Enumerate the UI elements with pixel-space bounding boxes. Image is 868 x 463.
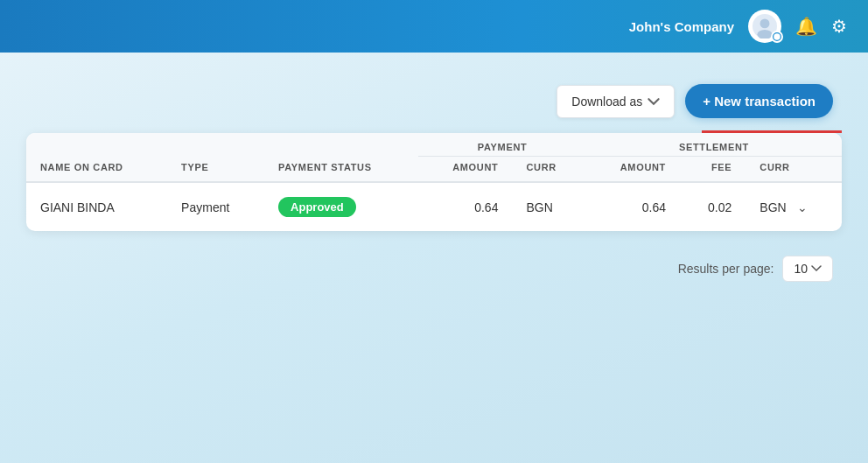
settlement-group-header: SETTLEMENT [586,133,842,157]
row-expand-icon[interactable]: ⌄ [797,200,808,214]
new-transaction-button[interactable]: + New transaction [685,84,833,118]
empty-group-header [26,133,418,157]
transactions-table-container: PAYMENT SETTLEMENT NAME ON CARD TYPE PAY… [26,133,842,231]
table-group-header-row: PAYMENT SETTLEMENT [26,133,842,157]
download-as-label: Download as [571,95,642,109]
cell-payment-status: Approved [264,182,418,231]
results-per-page-value: 10 [794,262,808,276]
results-per-page-label: Results per page: [678,262,774,276]
avatar-badge [771,31,783,43]
col-settlement-amount: AMOUNT [586,157,680,183]
status-badge: Approved [278,197,356,217]
main-content: Download as + New transaction PAYMENT SE… [0,53,868,310]
avatar[interactable] [748,10,781,43]
download-as-button[interactable]: Download as [556,85,675,118]
new-transaction-label: + New transaction [703,94,816,109]
results-per-page-select[interactable]: 10 [782,256,833,282]
table-footer: Results per page: 10 [26,245,842,292]
settings-icon[interactable]: ⚙ [831,16,847,37]
toolbar: Download as + New transaction [26,70,842,118]
chevron-down-icon [648,95,660,108]
col-type: TYPE [167,157,264,183]
payment-group-header: PAYMENT [418,133,586,157]
cell-name-on-card: GIANI BINDA [26,182,167,231]
results-chevron-icon [811,265,822,272]
svg-point-3 [774,33,780,40]
table-row: GIANI BINDA Payment Approved 0.64 BGN 0.… [26,182,842,231]
col-payment-status: PAYMENT STATUS [264,157,418,183]
cell-type: Payment [167,182,264,231]
company-name: John's Company [629,19,734,34]
cell-payment-amount: 0.64 [418,182,512,231]
cell-settlement-amount: 0.64 [586,182,680,231]
svg-point-1 [760,18,770,28]
cell-payment-curr: BGN [512,182,585,231]
transactions-table: PAYMENT SETTLEMENT NAME ON CARD TYPE PAY… [26,133,842,231]
col-settlement-curr: CURR [746,157,842,183]
col-payment-amount: AMOUNT [418,157,512,183]
cell-settlement-curr: BGN ⌄ [746,182,842,231]
col-payment-curr: CURR [512,157,585,183]
table-sub-header-row: NAME ON CARD TYPE PAYMENT STATUS AMOUNT … [26,157,842,183]
top-navigation: John's Company 🔔 ⚙ [0,0,868,53]
col-name-on-card: NAME ON CARD [26,157,167,183]
col-settlement-fee: FEE [680,157,746,183]
table-body: GIANI BINDA Payment Approved 0.64 BGN 0.… [26,182,842,231]
notifications-icon[interactable]: 🔔 [795,16,817,37]
cell-settlement-fee: 0.02 [680,182,746,231]
